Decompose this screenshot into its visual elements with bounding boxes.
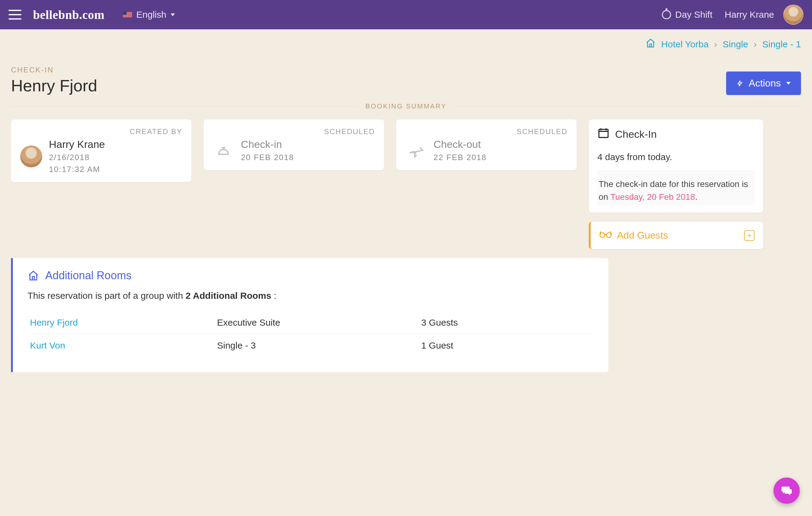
bolt-icon xyxy=(736,79,743,88)
section-label: BOOKING SUMMARY xyxy=(365,102,447,110)
room-guests: 3 Guests xyxy=(421,317,591,328)
chevron-down-icon xyxy=(171,13,175,16)
room-guest-link[interactable]: Henry Fjord xyxy=(30,317,217,328)
actions-button[interactable]: Actions xyxy=(726,71,801,95)
svg-point-2 xyxy=(607,233,611,238)
breadcrumb-room[interactable]: Single - 1 xyxy=(762,39,801,50)
checkin-note-date: Tuesday, 20 Feb 2018 xyxy=(610,192,695,202)
room-guests: 1 Guest xyxy=(421,340,591,351)
created-by-card: CREATED BY Harry Krane 2/16/2018 10:17:3… xyxy=(11,119,192,182)
checkout-date: 22 FEB 2018 xyxy=(434,153,487,162)
shift-label: Day Shift xyxy=(675,9,713,20)
house-icon xyxy=(28,270,39,281)
title-row: CHECK-IN Henry Fjord Actions xyxy=(0,51,812,101)
breadcrumb-sep: › xyxy=(754,39,757,50)
menu-icon[interactable] xyxy=(8,10,21,20)
brand-logo[interactable]: bellebnb.com xyxy=(33,8,105,22)
checkin-tag: SCHEDULED xyxy=(213,127,375,136)
shift-toggle[interactable]: Day Shift xyxy=(662,9,713,20)
checkout-card: SCHEDULED Check-out 22 FEB 2018 xyxy=(396,119,577,170)
section-divider: BOOKING SUMMARY xyxy=(0,102,812,110)
checkin-label: Check-in xyxy=(241,139,294,150)
created-time: 10:17:32 AM xyxy=(49,165,105,174)
rooms-table: Henry Fjord Executive Suite 3 Guests Kur… xyxy=(28,311,594,357)
language-label: English xyxy=(136,9,166,20)
table-row: Henry Fjord Executive Suite 3 Guests xyxy=(28,311,594,334)
room-guest-link[interactable]: Kurt Von xyxy=(30,340,217,351)
plus-icon[interactable]: + xyxy=(744,230,755,241)
right-column: Check-In 4 days from today. The check-in… xyxy=(589,119,763,249)
svg-point-1 xyxy=(600,233,605,238)
checkin-countdown: 4 days from today. xyxy=(598,152,755,171)
additional-rooms-title: Additional Rooms xyxy=(45,269,132,282)
breadcrumb-category[interactable]: Single xyxy=(723,39,748,50)
room-type: Executive Suite xyxy=(217,317,421,328)
creator-name: Harry Krane xyxy=(49,139,105,150)
topbar: bellebnb.com English Day Shift Harry Kra… xyxy=(0,0,812,29)
summary-row: CREATED BY Harry Krane 2/16/2018 10:17:3… xyxy=(0,110,812,258)
flag-us-icon xyxy=(123,11,132,18)
language-selector[interactable]: English xyxy=(123,9,175,20)
checkout-tag: SCHEDULED xyxy=(405,127,568,136)
checkin-card: SCHEDULED Check-in 20 FEB 2018 xyxy=(204,119,384,170)
created-date: 2/16/2018 xyxy=(49,153,105,162)
creator-avatar xyxy=(20,145,42,168)
table-row: Kurt Von Single - 3 1 Guest xyxy=(28,334,594,357)
chevron-down-icon xyxy=(786,82,791,85)
checkin-status-title: Check-In xyxy=(615,128,657,140)
add-guests-card[interactable]: Add Guests + xyxy=(589,222,763,249)
avatar[interactable] xyxy=(783,5,804,25)
checkin-note: The check-in date for this reservation i… xyxy=(598,171,755,205)
additional-rooms-panel: Additional Rooms This reservation is par… xyxy=(11,258,608,372)
checkout-label: Check-out xyxy=(434,139,487,150)
user-name[interactable]: Harry Krane xyxy=(725,9,774,20)
checkin-status-card: Check-In 4 days from today. The check-in… xyxy=(589,119,763,213)
bell-icon xyxy=(213,142,234,158)
page-title: Henry Fjord xyxy=(11,76,97,95)
checkin-date: 20 FEB 2018 xyxy=(241,153,294,162)
glasses-icon xyxy=(599,230,612,241)
additional-rooms-desc: This reservation is part of a group with… xyxy=(28,291,594,301)
sun-icon xyxy=(662,10,671,19)
calendar-icon xyxy=(598,127,610,142)
svg-rect-0 xyxy=(599,129,608,138)
plane-icon xyxy=(405,142,427,158)
page-label: CHECK-IN xyxy=(11,66,97,74)
breadcrumb-hotel[interactable]: Hotel Yorba xyxy=(661,39,709,50)
room-type: Single - 3 xyxy=(217,340,421,351)
actions-label: Actions xyxy=(749,78,781,89)
created-by-tag: CREATED BY xyxy=(20,127,182,136)
home-icon[interactable] xyxy=(645,38,656,51)
breadcrumb-sep: › xyxy=(714,39,717,50)
add-guests-label: Add Guests xyxy=(617,230,668,241)
breadcrumb: Hotel Yorba › Single › Single - 1 xyxy=(0,29,812,51)
